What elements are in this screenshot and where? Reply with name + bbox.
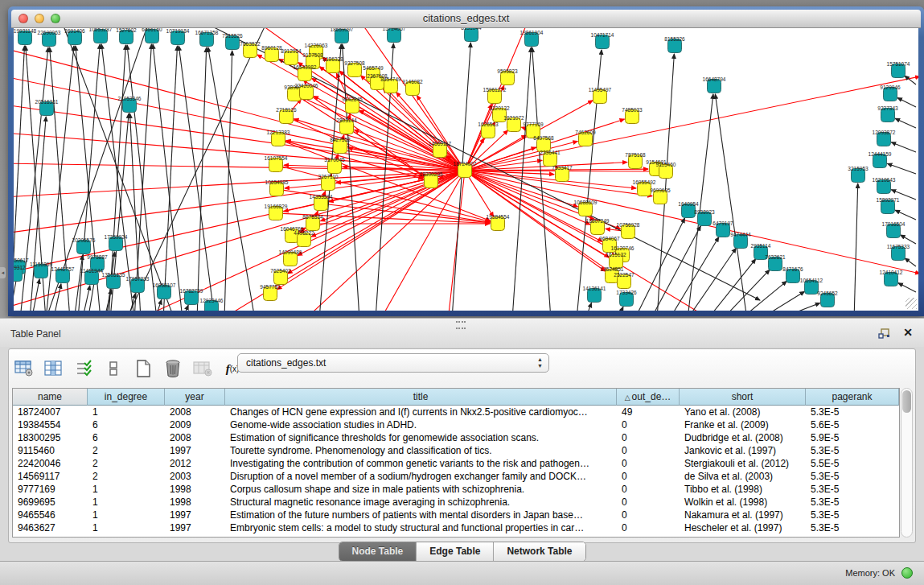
- table-cell[interactable]: 1: [88, 521, 165, 534]
- table-cell[interactable]: Changes of HCN gene expression and I(f) …: [225, 406, 617, 418]
- column-header[interactable]: pagerank: [806, 389, 899, 406]
- table-cell[interactable]: 1998: [165, 483, 225, 496]
- table-cell[interactable]: 18724007: [13, 406, 88, 418]
- table-cell[interactable]: 5.3E-5: [806, 470, 899, 483]
- graph-edge[interactable]: [854, 183, 858, 311]
- graph-edge[interactable]: [380, 177, 462, 311]
- table-cell[interactable]: Estimation of significance thresholds fo…: [225, 431, 617, 444]
- graph-edge[interactable]: [905, 76, 916, 84]
- tab-edge-table[interactable]: Edge Table: [417, 542, 494, 561]
- table-cell[interactable]: 5.3E-5: [806, 521, 899, 534]
- table-cell[interactable]: 1: [88, 509, 165, 521]
- graph-edge[interactable]: [715, 94, 747, 311]
- column-header[interactable]: short: [680, 389, 806, 406]
- table-cell[interactable]: 0: [617, 457, 680, 470]
- graph-edge[interactable]: [634, 218, 685, 311]
- graph-edge[interactable]: [617, 307, 623, 311]
- graph-edge[interactable]: [82, 286, 90, 311]
- table-cell[interactable]: Tourette syndrome. Phenomenology and cla…: [225, 444, 617, 457]
- table-cell[interactable]: 2012: [165, 457, 225, 470]
- table-cell[interactable]: 2003: [165, 470, 225, 483]
- panel-collapse-arrow[interactable]: ◂: [0, 267, 6, 278]
- table-cell[interactable]: Jankovic et al. (1997): [680, 444, 806, 457]
- column-header[interactable]: in_degree: [88, 389, 165, 406]
- graph-edge[interactable]: [359, 110, 459, 167]
- table-cell[interactable]: 0: [617, 521, 680, 534]
- table-cell[interactable]: Yano et al. (2008): [680, 406, 806, 418]
- table-row[interactable]: 946362711997Embryonic stem cells: a mode…: [13, 521, 899, 534]
- graph-edge[interactable]: [585, 303, 591, 311]
- table-cell[interactable]: 5.3E-5: [806, 509, 899, 521]
- column-visibility-icon[interactable]: [43, 358, 64, 379]
- table-cell[interactable]: Investigating the contribution of common…: [225, 457, 617, 470]
- graph-edge[interactable]: [14, 171, 458, 197]
- graph-edge[interactable]: [14, 48, 458, 169]
- graph-edge[interactable]: [472, 172, 918, 274]
- table-row[interactable]: 946554611997Estimation of the future num…: [13, 509, 899, 521]
- table-cell[interactable]: 19384554: [13, 418, 88, 431]
- table-cell[interactable]: 14569117: [13, 470, 88, 483]
- table-row[interactable]: 1830029562008Estimation of significance …: [13, 431, 899, 444]
- table-cell[interactable]: 1: [88, 496, 165, 509]
- table-cell[interactable]: 2: [88, 470, 165, 483]
- table-cell[interactable]: 1997: [165, 444, 225, 457]
- tab-node-table[interactable]: Node Table: [339, 542, 417, 561]
- new-table-icon[interactable]: [133, 358, 154, 379]
- table-cell[interactable]: 0: [617, 418, 680, 431]
- graph-edge[interactable]: [153, 44, 183, 311]
- table-cell[interactable]: 2: [88, 457, 165, 470]
- table-cell[interactable]: 2008: [165, 431, 225, 444]
- table-cell[interactable]: 0: [617, 444, 680, 457]
- table-row[interactable]: 1872400712008Changes of HCN gene express…: [13, 406, 899, 418]
- table-cell[interactable]: Structural magnetic resonance image aver…: [225, 496, 617, 509]
- graph-edge[interactable]: [897, 97, 916, 107]
- column-header[interactable]: name: [13, 389, 88, 406]
- table-cell[interactable]: 0: [617, 483, 680, 496]
- graph-edge[interactable]: [905, 258, 916, 266]
- column-header[interactable]: year: [165, 389, 225, 406]
- table-cell[interactable]: 2: [88, 444, 165, 457]
- table-cell[interactable]: 1997: [165, 509, 225, 521]
- table-cell[interactable]: Wolkin et al. (1998): [680, 496, 806, 509]
- table-row[interactable]: 969969511998Structural magnetic resonanc…: [13, 496, 899, 509]
- table-cell[interactable]: 2009: [165, 418, 225, 431]
- table-cell[interactable]: Hescheler et al. (1997): [680, 521, 806, 534]
- table-cell[interactable]: Stergiakouli et al. (2012): [680, 457, 806, 470]
- table-cell[interactable]: 0: [617, 509, 680, 521]
- split-pane-handle-icon[interactable]: [456, 321, 466, 329]
- table-cell[interactable]: 22420046: [13, 457, 88, 470]
- table-cell[interactable]: 9699695: [13, 496, 88, 509]
- network-canvas[interactable]: 1872400719931148226900633691406106532871…: [14, 28, 918, 311]
- graph-edge[interactable]: [891, 142, 916, 152]
- graph-edge[interactable]: [668, 237, 719, 311]
- graph-edge[interactable]: [448, 178, 464, 311]
- graph-edge[interactable]: [62, 28, 175, 311]
- graph-edge[interactable]: [895, 210, 916, 220]
- column-header[interactable]: title: [225, 389, 617, 406]
- table-row[interactable]: 2242004622012Investigating the contribut…: [13, 457, 899, 470]
- graph-edge[interactable]: [383, 89, 460, 166]
- graph-edge[interactable]: [898, 283, 916, 292]
- table-scrollbar-thumb[interactable]: [902, 390, 911, 413]
- network-window-titlebar[interactable]: citations_edges.txt: [11, 10, 921, 28]
- memory-ok-indicator[interactable]: [901, 567, 913, 579]
- graph-edge[interactable]: [182, 305, 188, 311]
- table-cell[interactable]: Dudbridge et al. (2008): [680, 431, 806, 444]
- graph-edge[interactable]: [757, 291, 804, 311]
- table-cell[interactable]: 0: [617, 496, 680, 509]
- graph-edge[interactable]: [895, 118, 916, 128]
- graph-edge[interactable]: [179, 46, 215, 311]
- graph-edge[interactable]: [197, 47, 207, 311]
- table-cell[interactable]: 2008: [165, 406, 225, 418]
- table-cell[interactable]: 1997: [165, 521, 225, 534]
- table-row[interactable]: 1938455462009Genome-wide association stu…: [13, 418, 899, 431]
- table-cell[interactable]: 6: [88, 431, 165, 444]
- table-cell[interactable]: 5.6E-5: [806, 418, 899, 431]
- table-cell[interactable]: Estimation of the future numbers of pati…: [225, 509, 617, 521]
- float-panel-icon[interactable]: [878, 328, 890, 338]
- table-cell[interactable]: 9465546: [13, 509, 88, 521]
- table-selector-dropdown[interactable]: citations_edges.txt ▲▼: [237, 353, 549, 373]
- table-cell[interactable]: 9463627: [13, 521, 88, 534]
- network-window[interactable]: citations_edges.txt 18724007199311482269…: [8, 6, 924, 316]
- table-cell[interactable]: 5.3E-5: [806, 496, 899, 509]
